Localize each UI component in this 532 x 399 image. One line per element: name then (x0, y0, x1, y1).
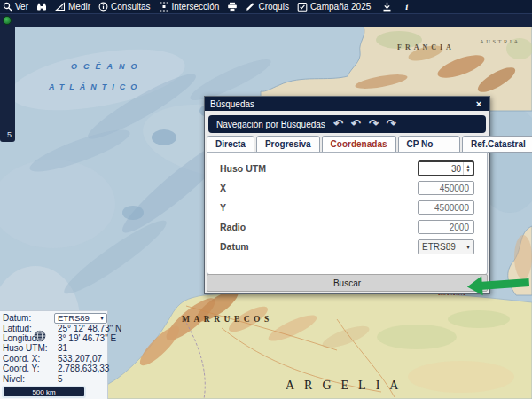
status-coordx-value: 533.207,07 (58, 354, 102, 364)
zoom-level-label: 5 (7, 130, 12, 139)
information-button[interactable]: i (405, 2, 408, 12)
tab-ref-catastral[interactable]: Ref.Catastral (462, 136, 532, 153)
chevron-down-icon: ▾ (466, 243, 470, 251)
pencil-icon (246, 2, 255, 12)
x-input[interactable] (418, 181, 474, 195)
tab-directa[interactable]: Directa (207, 136, 254, 153)
tab-cp-no-integradas[interactable]: CP No Integradas (398, 136, 461, 153)
calendar-check-icon (297, 2, 308, 12)
form-row-datum: Datum ETRS89 ▾ (220, 237, 474, 256)
globe-icon (34, 330, 46, 344)
undo-icon[interactable]: ↶ (333, 119, 343, 129)
status-datum-label: Datum: (3, 313, 54, 323)
download-button[interactable] (382, 2, 392, 12)
ver-button[interactable]: Ver (3, 2, 28, 12)
radio-input[interactable] (418, 220, 474, 234)
busquedas-dialog: Búsquedas × Navegación por Búsquedas ↶ ↶… (204, 96, 490, 294)
status-datum-value: ETRS89 (58, 313, 90, 323)
status-datum-select[interactable]: ETRS89 ▾ (54, 313, 107, 324)
redo-all-icon[interactable]: ↷ (387, 119, 396, 129)
italic-info-icon: i (405, 2, 408, 12)
coordinate-status-panel: Datum: ETRS89 ▾ Latitud: 25° 12' 48.73" … (0, 310, 108, 399)
status-row-datum: Datum: ETRS89 ▾ (3, 313, 107, 323)
status-longitud-label: Longitud: (3, 333, 54, 343)
status-latitud-label: Latitud: (3, 324, 54, 333)
status-nivel-label: Nivel: (3, 374, 54, 384)
search-icon (3, 2, 12, 12)
medir-button[interactable]: Medir (55, 2, 90, 12)
status-row-latitud: Latitud: 25° 12' 48.73" N (3, 323, 107, 332)
close-icon[interactable]: × (473, 98, 484, 110)
ver-label: Ver (15, 2, 28, 12)
y-input[interactable] (418, 200, 474, 215)
binoculars-icon (36, 2, 47, 12)
search-tabs: Directa Progresiva Coordenadas CP No Int… (205, 136, 489, 153)
print-button[interactable] (227, 2, 238, 12)
status-row-coordy: Coord. Y: 2.788.633,33 (3, 364, 107, 373)
binoculars-button[interactable] (36, 2, 47, 12)
dialog-titlebar[interactable]: Búsquedas × (205, 97, 489, 111)
consultas-label: Consultas (111, 2, 150, 12)
y-label: Y (220, 202, 418, 213)
status-nivel-value: 5 (58, 374, 63, 384)
datum-label: Datum (220, 241, 418, 252)
toolbar-secondary (0, 13, 532, 27)
download-icon (382, 2, 392, 12)
redo-icon[interactable]: ↷ (369, 119, 379, 129)
dialog-title: Búsquedas (210, 99, 473, 109)
zoom-bar[interactable]: 5 (0, 27, 15, 142)
huso-utm-label: Huso UTM (220, 163, 418, 174)
interseccion-button[interactable]: Intersección (159, 2, 220, 12)
form-row-y: Y (220, 198, 474, 217)
navigation-bar: Navegación por Búsquedas ↶ ↶ ↷ ↷ (208, 115, 486, 133)
scale-bar: 500 km (2, 386, 86, 398)
radio-label: Radio (220, 222, 418, 232)
medir-label: Medir (68, 2, 90, 12)
scale-label: 500 km (32, 388, 55, 396)
datum-select-value: ETRS89 (422, 242, 456, 252)
status-longitud-value: 3° 19' 46.73" E (58, 333, 116, 343)
tab-progresiva[interactable]: Progresiva (256, 136, 320, 153)
printer-icon (227, 2, 238, 12)
form-row-huso: Huso UTM ▲ ▼ (220, 159, 474, 178)
form-row-x: X (220, 178, 474, 198)
huso-utm-input[interactable] (419, 162, 463, 175)
huso-utm-stepper[interactable]: ▲ ▼ (418, 160, 474, 176)
croquis-label: Croquis (258, 2, 288, 12)
campana-button[interactable]: Campaña 2025 (297, 2, 371, 12)
toolbar: Ver Medir Consultas Intersección Croquis… (0, 0, 532, 13)
status-row-nivel: Nivel: 5 (3, 373, 107, 383)
status-row-longitud: Longitud: 3° 19' 46.73" E (3, 333, 107, 343)
campana-label: Campaña 2025 (310, 2, 371, 12)
consultas-button[interactable]: Consultas (98, 2, 150, 12)
tab-coordenadas[interactable]: Coordenadas (322, 136, 396, 153)
status-huso-label: Huso UTM: (3, 343, 54, 353)
ruler-icon (55, 2, 66, 12)
status-coordx-label: Coord. X: (3, 354, 54, 364)
croquis-button[interactable]: Croquis (246, 2, 288, 12)
status-coordy-label: Coord. Y: (3, 364, 54, 373)
status-latitud-value: 25° 12' 48.73" N (58, 324, 121, 333)
annotation-arrow-left (466, 271, 531, 302)
status-green-dot-icon (3, 16, 12, 25)
buscar-button[interactable]: Buscar (207, 274, 488, 292)
spinner-down-icon[interactable]: ▼ (466, 168, 471, 173)
navigation-title: Navegación por Búsquedas (216, 120, 325, 129)
x-label: X (220, 183, 418, 193)
status-row-coordx: Coord. X: 533.207,07 (3, 354, 107, 364)
coordinates-form: Huso UTM ▲ ▼ X Y Radio (207, 152, 488, 275)
status-huso-value: 31 (58, 343, 67, 353)
app-window: OCÉANO ATLÁNTICO FRANCIA AUSTRIA ESPAÑA … (0, 0, 532, 399)
info-circle-icon (98, 2, 108, 12)
chevron-down-icon: ▾ (100, 314, 104, 322)
undo-all-icon[interactable]: ↶ (351, 119, 361, 129)
intersection-icon (159, 2, 169, 12)
datum-select[interactable]: ETRS89 ▾ (418, 239, 474, 254)
interseccion-label: Intersección (172, 2, 220, 12)
form-row-radio: Radio (220, 217, 474, 237)
status-row-huso: Huso UTM: 31 (3, 343, 107, 353)
spinner-buttons[interactable]: ▲ ▼ (463, 162, 473, 175)
status-coordy-value: 2.788.633,33 (58, 364, 109, 373)
